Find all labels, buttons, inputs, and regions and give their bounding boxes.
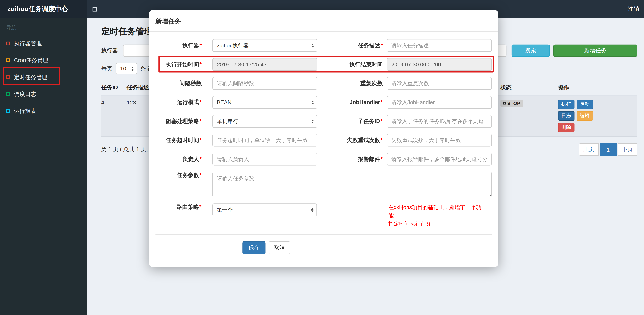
start-time-label: 执行开始时间* (156, 61, 212, 68)
executor-select-value: zuihou执行器 (217, 42, 249, 49)
alarm-email-input[interactable] (387, 153, 492, 165)
alarm-email-label: 报警邮件* (317, 155, 387, 163)
sidebar-item-dispatch-log[interactable]: 调度日志 (0, 86, 87, 103)
block-strategy-select-value: 单机串行 (217, 117, 238, 125)
select-arrows-icon (312, 100, 314, 104)
interval-label: 间隔秒数 (156, 80, 212, 87)
pagination-info: 第 1 页 ( 总共 1 页, 1 (101, 146, 152, 153)
timeout-label: 任务超时时间* (156, 136, 212, 144)
feature-note-line1: 在xxl-jobs项目的基础上，新增了一个功能： (388, 203, 492, 220)
sidebar-item-label: 执行器管理 (14, 40, 42, 47)
executor-label: 执行器* (156, 42, 212, 49)
square-icon (6, 109, 10, 113)
sidebar-toggle-icon[interactable] (87, 0, 103, 18)
end-time-input[interactable] (387, 58, 492, 71)
modal-body: 执行器* zuihou执行器 任务描述* 执行开始时间* 执行结束时间 间隔秒数… (149, 32, 498, 228)
add-task-modal: 新增任务 执行器* zuihou执行器 任务描述* 执行开始时间* 执行结束时间… (149, 10, 498, 267)
executor-select[interactable]: zuihou执行器 (212, 39, 317, 52)
sidebar-item-label: 调度日志 (14, 90, 36, 98)
stop-square-icon (503, 102, 506, 105)
sidebar-item-cron-task[interactable]: Cron任务管理 (0, 52, 87, 69)
run-mode-select-value: BEAN (217, 99, 231, 105)
timeout-input[interactable] (212, 134, 317, 147)
interval-input[interactable] (212, 77, 317, 90)
modal-header: 新增任务 (149, 10, 498, 32)
repeat-input[interactable] (387, 77, 492, 90)
status-text: STOP (508, 101, 520, 106)
task-id-cell: 41 (101, 100, 127, 106)
square-icon (6, 75, 10, 79)
job-handler-input[interactable] (387, 96, 492, 109)
required-marker: * (380, 137, 383, 143)
executor-filter-label: 执行器 (101, 47, 118, 54)
save-button[interactable]: 保存 (242, 241, 265, 254)
form-row: 路由策略* 第一个 在xxl-jobs项目的基础上，新增了一个功能： 指定时间执… (156, 203, 492, 228)
route-strategy-label: 路由策略* (156, 203, 212, 211)
status-badge: STOP (500, 100, 523, 107)
square-icon (6, 42, 10, 45)
required-marker: * (200, 137, 202, 143)
delete-button[interactable]: 删除 (558, 123, 574, 132)
required-marker: * (200, 99, 202, 105)
job-desc-input[interactable] (387, 39, 492, 52)
start-time-input[interactable] (212, 58, 317, 71)
edit-button[interactable]: 编辑 (576, 111, 593, 121)
sidebar-item-executor-manage[interactable]: 执行器管理 (0, 35, 87, 52)
form-row-datetime: 执行开始时间* 执行结束时间 (156, 58, 492, 71)
per-page-select[interactable]: 10 (116, 63, 137, 74)
app-viewport: zuihou任务调度中心 注销 导航 执行器管理 Cron任务管理 定时任务管理… (0, 0, 644, 315)
log-button[interactable]: 日志 (558, 111, 574, 121)
actions-cell: 执行 启动 日志 编辑 删除 (558, 100, 604, 132)
block-strategy-select[interactable]: 单机串行 (212, 115, 317, 128)
form-row: 执行器* zuihou执行器 任务描述* (156, 39, 492, 52)
required-marker: * (200, 118, 202, 124)
repeat-label: 重复次数 (317, 80, 387, 87)
block-strategy-label: 阻塞处理策略* (156, 117, 212, 125)
required-marker: * (380, 156, 383, 162)
fail-retry-input[interactable] (387, 134, 492, 147)
logout-link[interactable]: 注销 (623, 0, 644, 18)
sidebar: 导航 执行器管理 Cron任务管理 定时任务管理 调度日志 运行报表 (0, 18, 87, 315)
nav-section-label: 导航 (0, 18, 87, 35)
run-button[interactable]: 执行 (558, 100, 574, 109)
feature-note: 在xxl-jobs项目的基础上，新增了一个功能： 指定时间执行任务 (388, 203, 492, 228)
child-job-id-label: 子任务ID* (317, 117, 387, 125)
add-task-button[interactable]: 新增任务 (554, 45, 638, 57)
job-param-label: 任务参数* (156, 172, 212, 179)
form-row: 间隔秒数 重复次数 (156, 77, 492, 90)
sidebar-item-label: Cron任务管理 (14, 57, 48, 64)
header-task-id: 任务ID (101, 84, 127, 91)
job-desc-label: 任务描述* (317, 42, 387, 49)
job-handler-label: JobHandler* (317, 99, 387, 105)
square-icon (6, 59, 10, 62)
per-page-select-value: 10 (120, 65, 126, 72)
next-page-button[interactable]: 下页 (618, 143, 638, 156)
sidebar-item-run-report[interactable]: 运行报表 (0, 103, 87, 119)
required-marker: * (200, 42, 202, 48)
page-1-button[interactable]: 1 (600, 143, 617, 156)
route-strategy-select[interactable]: 第一个 (212, 203, 317, 216)
prev-page-button[interactable]: 上页 (579, 143, 599, 156)
header-status: 状态 (500, 84, 558, 91)
fail-retry-label: 失败重试次数* (317, 136, 387, 144)
square-icon (6, 92, 10, 96)
end-time-label: 执行结束时间 (317, 61, 387, 68)
job-param-textarea[interactable] (212, 172, 492, 197)
required-marker: * (200, 204, 202, 210)
sidebar-item-timed-task[interactable]: 定时任务管理 (0, 69, 87, 86)
required-marker: * (380, 42, 383, 48)
run-mode-select[interactable]: BEAN (212, 96, 317, 109)
author-input[interactable] (212, 153, 317, 165)
cancel-button[interactable]: 取消 (268, 241, 290, 254)
feature-note-line2: 指定时间执行任务 (388, 220, 492, 228)
start-button[interactable]: 启动 (576, 100, 593, 109)
required-marker: * (200, 172, 202, 178)
run-mode-label: 运行模式* (156, 99, 212, 106)
form-row: 任务参数* (156, 172, 492, 197)
route-strategy-select-value: 第一个 (217, 206, 233, 213)
select-arrows-icon (312, 119, 314, 123)
pager: 上页 1 下页 (579, 143, 638, 156)
child-job-id-input[interactable] (387, 115, 492, 128)
search-button[interactable]: 搜索 (512, 45, 550, 57)
modal-footer: 保存 取消 (156, 234, 492, 267)
